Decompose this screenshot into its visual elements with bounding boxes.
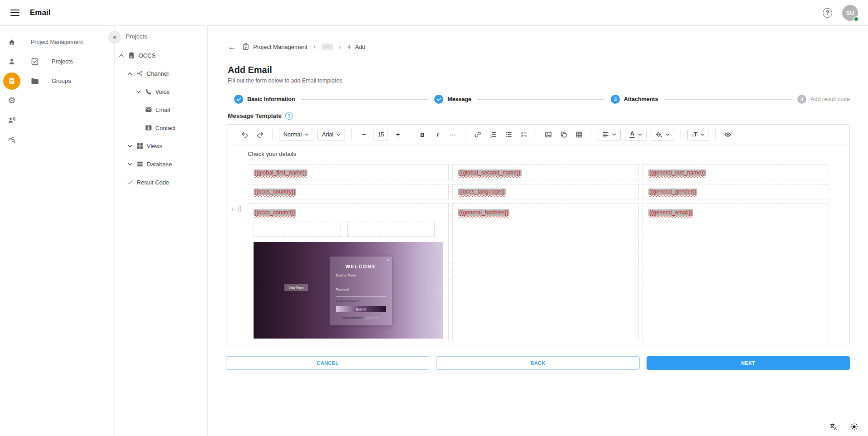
- home-icon[interactable]: [0, 32, 24, 52]
- chevron-up-icon[interactable]: [127, 72, 133, 75]
- back-button[interactable]: BACK: [436, 356, 639, 370]
- breadcrumb-add[interactable]: + Add: [347, 43, 365, 51]
- template-cell[interactable]: {{general_gender}}: [643, 184, 829, 199]
- tree-item-voice[interactable]: Voice: [115, 82, 207, 101]
- tree-item-channel[interactable]: Channel: [115, 64, 207, 82]
- sidebar-item-groups[interactable]: Groups: [24, 71, 114, 91]
- row-drag-handle[interactable]: +: [231, 206, 242, 212]
- clipboard-icon: [128, 52, 135, 59]
- chevron-down-icon[interactable]: [127, 163, 133, 166]
- nested-empty-cell[interactable]: [254, 222, 341, 237]
- help-icon[interactable]: ?: [823, 8, 832, 18]
- back-arrow-icon[interactable]: ←: [228, 43, 236, 51]
- letter-case-icon: тT: [692, 132, 697, 138]
- avatar[interactable]: SU: [842, 5, 858, 21]
- tree-item-occs[interactable]: OCCS: [115, 46, 207, 64]
- redo-icon[interactable]: [254, 129, 266, 140]
- bold-button[interactable]: B: [417, 129, 428, 140]
- italic-button[interactable]: I: [432, 129, 443, 140]
- editor-content[interactable]: Check your details + {{global_first_name…: [226, 145, 849, 345]
- message-template-label: Message Template: [228, 112, 282, 119]
- align-select[interactable]: [598, 129, 621, 141]
- embed-media-icon[interactable]: [558, 129, 569, 140]
- breadcrumb-root-label: Project Management: [253, 44, 307, 50]
- add-row-icon[interactable]: +: [231, 206, 235, 212]
- template-cell[interactable]: {{general_hobbies}}: [452, 203, 639, 341]
- template-cell[interactable]: {{general_last_name}}: [643, 165, 829, 180]
- translate-icon[interactable]: A: [830, 423, 838, 431]
- chevron-down-icon[interactable]: [127, 145, 133, 148]
- broadcast-user-icon[interactable]: [0, 110, 24, 130]
- font-size-value[interactable]: 15: [374, 129, 388, 141]
- tree-item-views[interactable]: Views: [115, 137, 207, 155]
- editor-intro-text: Check your details: [248, 150, 829, 157]
- welcome-banner-image[interactable]: View Form × WELCOME Email or Phone Passw…: [254, 242, 443, 339]
- more-formatting-icon[interactable]: ⋯: [447, 129, 459, 140]
- ordered-list-icon[interactable]: 123: [487, 129, 499, 140]
- template-cell[interactable]: {{occs_country}}: [248, 184, 449, 199]
- increase-font-size-button[interactable]: +: [392, 129, 403, 140]
- next-button[interactable]: NEXT: [647, 356, 850, 370]
- decrease-font-size-button[interactable]: −: [358, 129, 369, 140]
- drag-dots-icon[interactable]: [237, 206, 242, 212]
- chevron-down-icon[interactable]: [135, 90, 142, 93]
- tree-item-database[interactable]: Database: [115, 155, 207, 173]
- primary-sidebar: ⚙ Project Management Projects Groups: [0, 26, 115, 436]
- text-color-select[interactable]: A: [625, 129, 647, 141]
- projects-icon-active[interactable]: [0, 71, 24, 91]
- step-add-result-code[interactable]: 4 Add result code: [797, 95, 850, 104]
- step-message[interactable]: Message: [434, 95, 471, 104]
- topbar: Email ? SU: [0, 0, 868, 26]
- sidebar-section-label: Project Management: [24, 32, 114, 52]
- collapse-panel-button[interactable]: «: [109, 31, 120, 43]
- breadcrumb-ellipsis[interactable]: ⋯: [321, 44, 333, 50]
- highlight-color-select[interactable]: [651, 129, 674, 141]
- template-cell[interactable]: {{occs_conatct}} View Form × WELCOME Ema…: [248, 203, 449, 341]
- template-cell[interactable]: {{general_email}}: [643, 203, 829, 341]
- corner-utilities: A: [830, 423, 858, 431]
- nested-empty-cell[interactable]: [347, 222, 435, 237]
- font-family-select[interactable]: Arial: [317, 129, 345, 141]
- checkbox-check-icon: [31, 58, 39, 66]
- block-format-select[interactable]: Normal: [279, 129, 313, 141]
- step-number: 4: [797, 95, 806, 104]
- undo-icon[interactable]: [239, 129, 250, 140]
- light-mode-sun-icon[interactable]: [850, 423, 858, 431]
- svg-text:3: 3: [490, 136, 492, 138]
- tree-item-email[interactable]: Email: [115, 101, 207, 119]
- page-subtitle: Fill out the form below to add Email tem…: [228, 78, 850, 84]
- merge-tag: {{general_email}}: [648, 209, 693, 216]
- settings-gear-icon[interactable]: ⚙: [0, 91, 24, 110]
- template-cell[interactable]: {{global_first_name}}: [248, 165, 449, 180]
- main-content: ← Project Management › ⋯ › + Add Add Ema…: [208, 26, 868, 436]
- tree-item-contact[interactable]: Contact: [115, 119, 207, 137]
- analytics-search-icon[interactable]: [0, 130, 24, 149]
- bullet-list-icon[interactable]: [503, 129, 514, 140]
- step-connector: [664, 99, 791, 100]
- step-basic-information[interactable]: Basic Information: [234, 95, 295, 104]
- tree-panel-header: Projects: [115, 27, 207, 46]
- text-color-icon: A: [629, 131, 635, 138]
- link-icon[interactable]: [472, 129, 483, 140]
- help-icon[interactable]: ?: [285, 112, 293, 120]
- breadcrumb-root[interactable]: Project Management: [242, 43, 307, 50]
- breadcrumb-separator: ›: [313, 43, 316, 51]
- template-cell[interactable]: {{occs_language}}: [452, 184, 639, 199]
- svg-text:A: A: [834, 426, 837, 431]
- merge-tag: {{general_hobbies}}: [458, 209, 509, 216]
- sidebar-item-projects[interactable]: Projects: [24, 52, 114, 71]
- preview-eye-icon[interactable]: [722, 129, 734, 140]
- chevron-up-icon[interactable]: [118, 54, 125, 57]
- tree-item-result-code[interactable]: Result Code: [115, 173, 207, 191]
- sidebar-menu: Project Management Projects Groups: [24, 32, 114, 91]
- step-attachments[interactable]: 3 Attachments: [611, 95, 658, 104]
- cancel-button[interactable]: CANCEL: [226, 356, 429, 370]
- checklist-icon[interactable]: [518, 129, 529, 140]
- chevron-down-icon: [336, 133, 340, 136]
- insert-table-icon[interactable]: [573, 129, 585, 140]
- users-icon[interactable]: [0, 52, 24, 71]
- hamburger-menu-icon[interactable]: [10, 8, 19, 18]
- template-cell[interactable]: {{global_second_name}}: [452, 165, 639, 180]
- insert-image-icon[interactable]: [542, 129, 554, 140]
- letter-case-select[interactable]: тT: [687, 129, 709, 141]
